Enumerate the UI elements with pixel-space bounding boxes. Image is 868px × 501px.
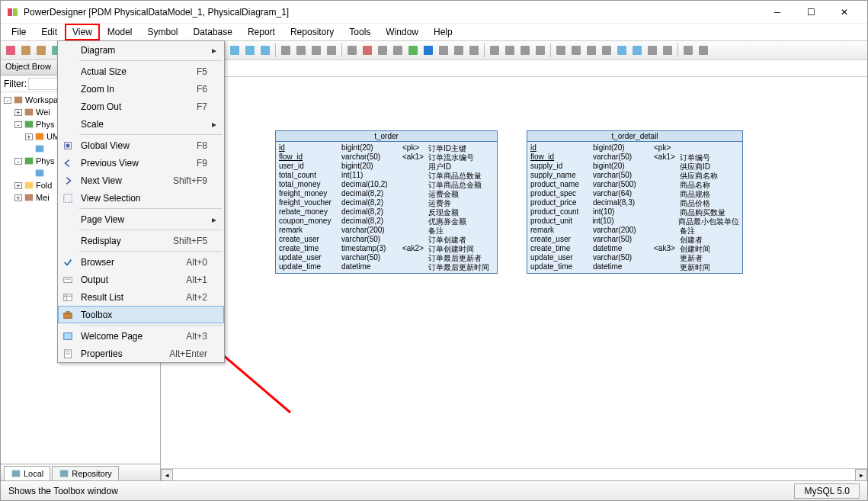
tree-expand-icon[interactable] — [25, 146, 33, 153]
toolbar-button-44[interactable] — [615, 43, 629, 57]
view-menu-dropdown: Diagram▸Actual SizeF5Zoom InF6Zoom OutF7… — [57, 40, 225, 363]
toolbar-button-28[interactable] — [391, 43, 405, 57]
menu-item-label: Zoom In — [76, 84, 197, 95]
toolbar-button-31[interactable] — [437, 43, 450, 57]
menu-symbol[interactable]: Symbol — [140, 24, 186, 40]
entity-column: user_idbigint(20)用户ID — [279, 162, 494, 171]
menu-item-previous-view[interactable]: Previous ViewF9 — [58, 154, 224, 172]
toolbar-button-41[interactable] — [569, 43, 583, 57]
menu-database[interactable]: Database — [186, 24, 240, 40]
svg-rect-47 — [25, 109, 34, 116]
menu-report[interactable]: Report — [240, 24, 283, 40]
scroll-right-button[interactable]: ▸ — [855, 469, 867, 481]
diagram-canvas[interactable]: t_orderidbigint(20)<pk>订单ID主键flow_idvarc… — [161, 77, 867, 468]
toolbox-icon — [59, 310, 76, 320]
horizontal-scrollbar[interactable]: ◂ ▸ — [161, 468, 867, 480]
menu-model[interactable]: Model — [100, 24, 140, 40]
menu-item-scale[interactable]: Scale▸ — [58, 115, 224, 133]
menu-item-redisplay[interactable]: RedisplayShift+F5 — [58, 232, 224, 249]
menu-item-browser[interactable]: BrowserAlt+0 — [58, 253, 224, 271]
toolbar-button-36[interactable] — [503, 43, 517, 57]
toolbar-button-30[interactable] — [421, 43, 435, 57]
toolbar-button-43[interactable] — [600, 43, 613, 57]
toolbar-button-2[interactable] — [34, 43, 48, 57]
menu-item-global-view[interactable]: Global ViewF8 — [58, 136, 224, 154]
toolbar-button-21[interactable] — [294, 43, 308, 57]
menu-repository[interactable]: Repository — [283, 24, 341, 40]
tree-expand-icon[interactable] — [25, 170, 33, 177]
close-button[interactable]: ✕ — [828, 2, 861, 23]
svg-rect-45 — [699, 46, 708, 55]
toolbar-button-35[interactable] — [488, 43, 501, 57]
menu-item-zoom-out[interactable]: Zoom OutF7 — [58, 98, 224, 115]
menu-edit[interactable]: Edit — [34, 24, 65, 40]
tree-expand-icon[interactable]: - — [14, 121, 22, 128]
entity-column: create_timetimestamp(3)<ak2>订单创建时间 — [279, 244, 494, 253]
tree-expand-icon[interactable]: + — [14, 109, 22, 116]
toolbar-button-20[interactable] — [279, 43, 293, 57]
menu-item-welcome-page[interactable]: Welcome PageAlt+3 — [58, 327, 224, 345]
toolbar-button-42[interactable] — [585, 43, 598, 57]
toolbar-button-23[interactable] — [325, 43, 338, 57]
menu-item-output[interactable]: OutputAlt+1 — [58, 271, 224, 288]
scroll-left-button[interactable]: ◂ — [161, 469, 173, 481]
toolbar-button-22[interactable] — [309, 43, 323, 57]
toolbar-button-50[interactable] — [697, 43, 710, 57]
menu-item-toolbox[interactable]: Toolbox — [58, 306, 224, 323]
minimize-button[interactable]: ─ — [761, 2, 794, 23]
toolbar-button-38[interactable] — [533, 43, 547, 57]
database-indicator[interactable]: MySQL 5.0 — [794, 483, 860, 499]
menu-item-properties[interactable]: PropertiesAlt+Enter — [58, 345, 224, 362]
menu-item-label: Browser — [76, 257, 186, 268]
toolbar-button-40[interactable] — [554, 43, 568, 57]
toolbar-button-46[interactable] — [645, 43, 659, 57]
menu-item-next-view[interactable]: Next ViewShift+F9 — [58, 172, 224, 189]
svg-rect-16 — [230, 46, 239, 55]
toolbar-button-37[interactable] — [518, 43, 532, 57]
menu-item-diagram[interactable]: Diagram▸ — [58, 41, 224, 59]
menu-item-result-list[interactable]: Result ListAlt+2 — [58, 288, 224, 306]
toolbar-button-1[interactable] — [19, 43, 33, 57]
menu-window[interactable]: Window — [378, 24, 426, 40]
tree-expand-icon[interactable]: + — [25, 133, 33, 140]
toolbar-button-0[interactable] — [4, 43, 18, 57]
menu-item-page-view[interactable]: Page View▸ — [58, 210, 224, 228]
toolbar-button-16[interactable] — [228, 43, 242, 57]
toolbar-button-47[interactable] — [661, 43, 674, 57]
menu-view[interactable]: View — [65, 24, 100, 40]
toolbar-button-27[interactable] — [376, 43, 389, 57]
menu-item-actual-size[interactable]: Actual SizeF5 — [58, 63, 224, 80]
toolbar-button-45[interactable] — [630, 43, 644, 57]
toolbar-button-17[interactable] — [243, 43, 257, 57]
menu-item-shortcut: F8 — [197, 140, 212, 151]
panel-tab-repository[interactable]: Repository — [52, 466, 119, 480]
entity-column: create_uservarchar(50)订单创建者 — [279, 235, 494, 244]
entity-column: product_countint(10)商品购买数量 — [530, 207, 739, 217]
toolbar-button-49[interactable] — [681, 43, 695, 57]
entity-column: supply_namevarchar(50)供应商名称 — [530, 171, 739, 180]
menu-item-view-selection[interactable]: View Selection — [58, 189, 224, 207]
menu-item-label: Next View — [76, 175, 173, 186]
menu-help[interactable]: Help — [426, 24, 460, 40]
toolbar-button-29[interactable] — [406, 43, 420, 57]
menu-item-zoom-in[interactable]: Zoom InF6 — [58, 80, 224, 98]
tree-expand-icon[interactable]: + — [14, 194, 22, 201]
svg-rect-41 — [633, 46, 642, 55]
toolbar-button-26[interactable] — [360, 43, 374, 57]
tree-expand-icon[interactable]: - — [4, 97, 11, 104]
menu-file[interactable]: File — [4, 24, 34, 40]
toolbar-button-18[interactable] — [258, 43, 272, 57]
tree-expand-icon[interactable]: + — [14, 182, 22, 189]
panel-tab-local[interactable]: Local — [4, 466, 50, 480]
menu-item-shortcut: Alt+2 — [186, 292, 212, 303]
menu-tools[interactable]: Tools — [341, 24, 378, 40]
entity-t_order_detail[interactable]: t_order_detailidbigint(20)<pk>flow_idvar… — [527, 130, 743, 274]
toolbar-button-33[interactable] — [467, 43, 481, 57]
maximize-button[interactable]: ☐ — [794, 2, 828, 23]
toolbar-button-32[interactable] — [452, 43, 466, 57]
tree-expand-icon[interactable]: - — [14, 158, 22, 165]
entity-t_order[interactable]: t_orderidbigint(20)<pk>订单ID主键flow_idvarc… — [275, 130, 498, 274]
entity-column: product_pricedecimal(8,3)商品价格 — [530, 198, 739, 207]
svg-rect-27 — [408, 46, 418, 55]
toolbar-button-25[interactable] — [345, 43, 359, 57]
